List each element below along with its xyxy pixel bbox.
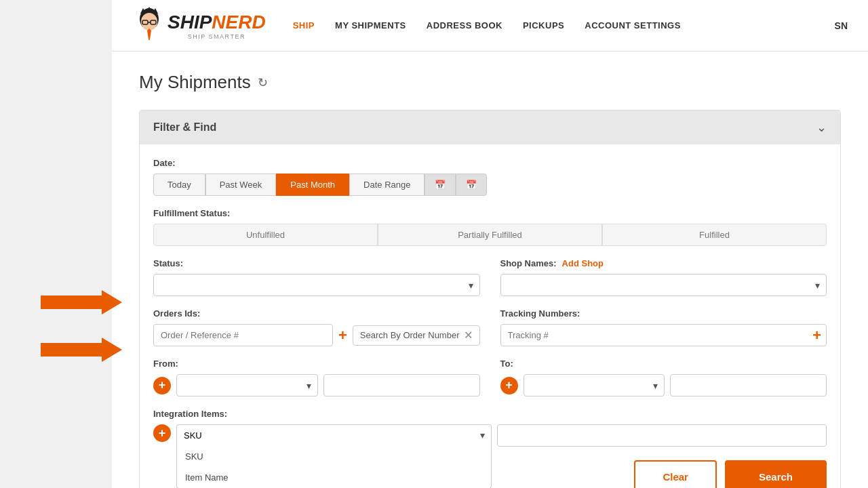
fulfillment-filter-row: Fulfillment Status: Unfulfilled Partiall… [153, 208, 827, 246]
nav-links: SHIP MY SHIPMENTS ADDRESS BOOK PICKUPS A… [293, 20, 681, 30]
to-col: To: + [500, 359, 827, 396]
logo-nerd-text: NERD [212, 12, 265, 33]
from-to-row: From: + [153, 359, 827, 396]
tracking-numbers-col: Tracking Numbers: + [500, 308, 827, 346]
search-button[interactable]: Search [725, 460, 827, 488]
page-title-row: My Shipments ↻ [139, 72, 841, 93]
filter-chevron-icon: ⌄ [816, 120, 827, 135]
shop-names-label: Shop Names: [500, 258, 557, 268]
to-input-row: + [500, 374, 827, 396]
add-from-button[interactable]: + [153, 377, 171, 394]
fulfillment-fulfilled-button[interactable]: Fulfilled [602, 224, 827, 246]
integration-dropdown-wrapper: SKU Item Name SKU Item Name [176, 424, 492, 446]
shop-names-select[interactable] [500, 274, 827, 296]
date-to-calendar-button[interactable]: 📅 [456, 174, 487, 196]
remove-order-tag-button[interactable]: ✕ [464, 330, 473, 341]
date-today-button[interactable]: Today [153, 174, 205, 196]
content-area: My Shipments ↻ Filter & Find ⌄ Date: Tod… [112, 52, 868, 488]
fulfillment-buttons-group: Unfulfilled Partially Fulfilled Fulfille… [153, 224, 827, 246]
orders-ids-label: Orders Ids: [153, 308, 480, 319]
to-select[interactable] [524, 374, 665, 396]
integration-items-row: Integration Items: + SKU Item Name [153, 409, 827, 447]
from-input-row: + [153, 374, 480, 396]
integration-select[interactable]: SKU Item Name [176, 424, 492, 446]
shop-names-select-wrapper [500, 274, 827, 296]
clear-button[interactable]: Clear [634, 460, 717, 488]
integration-items-label: Integration Items: [153, 409, 827, 419]
date-buttons-group: Today Past Week Past Month Date Range 📅 … [153, 174, 827, 196]
order-ids-input-row: + Search By Order Number ✕ [153, 324, 480, 346]
date-from-calendar-button[interactable]: 📅 [425, 174, 456, 196]
svg-point-1 [141, 13, 157, 30]
order-tag-chip: Search By Order Number ✕ [353, 325, 480, 346]
shop-names-label-row: Shop Names: Add Shop [500, 258, 827, 268]
filter-panel: Filter & Find ⌄ Date: Today Past Week Pa… [139, 110, 841, 488]
add-shop-link[interactable]: Add Shop [562, 258, 604, 268]
from-select[interactable] [176, 374, 318, 396]
integration-text-input[interactable] [497, 424, 827, 447]
tracking-input-wrapper: + [500, 324, 827, 346]
nav-ship[interactable]: SHIP [293, 20, 315, 30]
fulfillment-label: Fulfillment Status: [153, 208, 827, 218]
logo-tagline: SHIP SMARTER [167, 33, 266, 40]
status-col: Status: [153, 258, 480, 296]
logo-ship-text: SHIP [167, 12, 212, 33]
main-content: SHIP NERD SHIP SMARTER SHIP MY SHIPMENTS… [112, 0, 868, 488]
to-select-wrapper [524, 374, 665, 396]
refresh-icon[interactable]: ↻ [258, 75, 268, 90]
date-past-month-button[interactable]: Past Month [276, 174, 349, 196]
nav-my-shipments[interactable]: MY SHIPMENTS [335, 20, 406, 30]
date-range-button[interactable]: Date Range [349, 174, 425, 196]
calendar-icon-2: 📅 [466, 180, 477, 190]
from-col: From: + [153, 359, 480, 396]
to-text-input[interactable] [670, 374, 827, 396]
integration-input-row: + SKU Item Name SKU [153, 424, 827, 447]
status-label: Status: [153, 258, 480, 268]
shop-names-col: Shop Names: Add Shop [500, 258, 827, 296]
order-tag-label: Search By Order Number [360, 330, 460, 340]
dropdown-sku-item[interactable]: SKU [177, 446, 491, 467]
integration-dropdown-menu: SKU Item Name [176, 446, 492, 488]
date-past-week-button[interactable]: Past Week [205, 174, 277, 196]
calendar-icon: 📅 [435, 180, 446, 190]
logo: SHIP NERD SHIP SMARTER [132, 7, 266, 44]
tracking-input[interactable] [500, 324, 827, 346]
status-select-wrapper [153, 274, 480, 296]
tracking-numbers-label: Tracking Numbers: [500, 308, 827, 319]
integration-select-wrapper: SKU Item Name [176, 424, 492, 446]
dropdown-item-name-item[interactable]: Item Name [177, 467, 491, 488]
to-label: To: [500, 359, 827, 369]
nav-user-avatar[interactable]: SN [835, 20, 848, 31]
status-shop-row: Status: Shop Names: Add Shop [153, 258, 827, 296]
filter-header[interactable]: Filter & Find ⌄ [140, 110, 840, 144]
logo-icon [132, 7, 166, 44]
nav-address-book[interactable]: ADDRESS BOOK [427, 20, 502, 30]
fulfillment-unfulfilled-button[interactable]: Unfulfilled [153, 224, 378, 246]
top-nav: SHIP NERD SHIP SMARTER SHIP MY SHIPMENTS… [112, 0, 868, 52]
orders-ids-col: Orders Ids: + Search By Order Number ✕ [153, 308, 480, 346]
from-select-wrapper [176, 374, 318, 396]
order-reference-input[interactable] [153, 324, 333, 346]
nav-pickups[interactable]: PICKUPS [523, 20, 564, 30]
order-input-wrapper [153, 324, 333, 346]
fulfillment-partial-button[interactable]: Partially Fulfilled [378, 224, 602, 246]
page-title: My Shipments [139, 72, 251, 93]
date-label: Date: [153, 158, 827, 168]
from-text-input[interactable] [323, 374, 480, 396]
from-label: From: [153, 359, 480, 369]
filter-title: Filter & Find [153, 121, 216, 134]
add-integration-button[interactable]: + [153, 424, 171, 442]
nav-account-settings[interactable]: ACCOUNT SETTINGS [585, 20, 681, 30]
add-order-id-button[interactable]: + [338, 327, 347, 344]
sidebar [0, 0, 112, 488]
orders-tracking-row: Orders Ids: + Search By Order Number ✕ [153, 308, 827, 346]
filter-body: Date: Today Past Week Past Month Date Ra… [140, 144, 840, 488]
status-select[interactable] [153, 274, 480, 296]
add-tracking-button[interactable]: + [812, 328, 821, 343]
date-filter-row: Date: Today Past Week Past Month Date Ra… [153, 158, 827, 196]
add-to-button[interactable]: + [500, 377, 518, 394]
